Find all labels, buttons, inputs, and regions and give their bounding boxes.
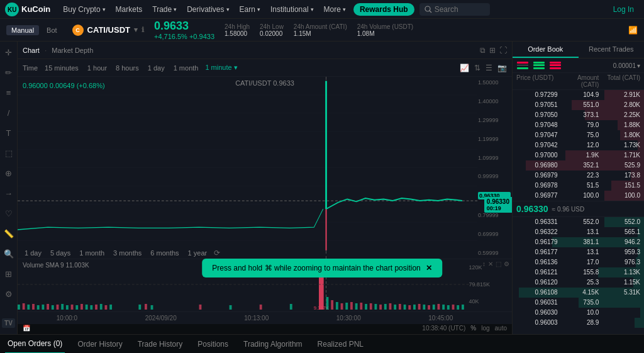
chart-go-to-date[interactable]: 📅 [23,325,30,332]
bid-row[interactable]: 0.9632213.1565.1 [513,227,644,237]
tab-realized-pnl[interactable]: Realized PNL [315,335,366,354]
period-6m[interactable]: 6 months [148,249,180,257]
ask-row[interactable]: 0.9704879.01.88K [513,120,644,130]
pair-dropdown[interactable]: ▾ [134,26,138,34]
main-chart-svg [18,77,477,259]
nav-more[interactable]: More▾ [319,0,351,19]
login-button[interactable]: Log In [608,5,639,14]
orderbook-mid-price: 0.96330 ≈ 0.96 USD [513,201,644,217]
search-input[interactable] [435,5,485,14]
tab-positions[interactable]: Positions [195,335,231,354]
bid-row[interactable]: 0.96331552.0552.0 [513,217,644,227]
measure-tool[interactable]: ⬚ [2,146,16,160]
layout-icon[interactable]: ⊞ [489,46,496,55]
tab-order-history[interactable]: Order History [75,335,125,354]
volume-label: Volume SMA 9 11.003K [23,262,89,269]
ask-row[interactable]: 0.97299104.92.91K [513,90,644,100]
trendline-tool[interactable]: / [2,106,16,120]
bot-mode-button[interactable]: Bot [42,25,62,35]
period-1d[interactable]: 1 day [23,249,43,257]
time-15m[interactable]: 15 minutes [43,64,80,72]
toast-close-button[interactable]: ✕ [426,264,432,272]
period-5d[interactable]: 5 days [48,249,72,257]
svg-rect-33 [95,305,97,310]
settings-tool[interactable]: ⚙ [2,287,16,301]
bid-row[interactable]: 0.96179381.1946.2 [513,237,644,247]
tab-market-depth[interactable]: Market Depth [52,47,93,54]
search-box[interactable] [419,3,490,16]
ob-view-bids[interactable] [533,61,545,70]
tab-chart[interactable]: Chart [23,47,40,54]
chart-auto-button[interactable]: auto [495,325,507,332]
ruler-tool[interactable]: 📏 [2,227,16,240]
period-3m[interactable]: 3 months [111,249,143,257]
bid-row[interactable]: 0.9612025.31.15K [513,277,644,288]
lines-tool[interactable]: ≡ [2,86,16,99]
time-1min-dropdown[interactable]: 1 minute ▾ [205,64,237,72]
list-icon[interactable]: ☰ [486,64,492,72]
tab-trading-algorithm[interactable]: Trading Algorithm [241,335,305,354]
camera-icon[interactable]: 📷 [497,64,507,72]
chart-canvas[interactable]: CATI/USDT 0.9633 0.96000 0.00649 (+0.68%… [18,77,512,259]
rewards-hub-button[interactable]: Rewards Hub [353,3,414,16]
nav-buy-crypto[interactable]: Buy Crypto▾ [58,0,110,19]
period-1m[interactable]: 1 month [77,249,106,257]
ask-row[interactable]: 0.97050373.12.25K [513,110,644,120]
ask-row[interactable]: 0.970001.9K1.71K [513,150,644,160]
time-1d[interactable]: 1 day [146,64,167,72]
ask-row[interactable]: 0.9697851.5151.5 [513,181,644,191]
arrow-tool[interactable]: → [2,186,16,200]
zoom-tool[interactable]: 🔍 [2,247,16,261]
nav-derivatives[interactable]: Derivatives▾ [182,0,234,19]
ask-row[interactable]: 0.96977100.0100.0 [513,191,644,201]
bid-row[interactable]: 0.961084.15K5.31K [513,288,644,298]
tab-trade-history[interactable]: Trade History [135,335,186,354]
compare-icon[interactable]: ⇅ [474,64,480,72]
logo[interactable]: KU KuCoin [5,3,50,16]
tab-order-book[interactable]: Order Book [513,42,579,58]
vol-settings-icon[interactable]: ⚙ [504,261,509,267]
ask-row[interactable]: 0.96980352.1525.9 [513,160,644,171]
vol-expand-icon[interactable]: ⬚ [496,261,501,267]
svg-rect-22 [42,305,44,310]
svg-rect-69 [438,304,440,310]
ob-decimals-selector[interactable]: 0.00001▾ [613,62,640,69]
bid-row[interactable]: 0.9617713.1959.3 [513,247,644,257]
manual-mode-button[interactable]: Manual [6,25,39,35]
reset-icon[interactable]: ⟳ [214,249,220,257]
period-1y[interactable]: 1 year [186,249,209,257]
ask-row[interactable]: 0.9697922.3173.8 [513,171,644,181]
crosshair-tool[interactable]: ✛ [2,45,16,59]
bid-row[interactable]: 0.9603010.0 [513,308,644,318]
tab-open-orders[interactable]: Open Orders (0) [5,335,65,354]
ob-view-both[interactable] [516,61,529,70]
ask-row[interactable]: 0.97051551.02.80K [513,100,644,110]
bid-row[interactable]: 0.9600328.9 [513,318,644,328]
ob-view-asks[interactable] [549,61,562,70]
bid-row[interactable]: 0.96121155.81.13K [513,267,644,277]
pair-info-icon[interactable]: ℹ [142,26,144,34]
fullscreen-icon[interactable]: ⛶ [499,46,507,55]
nav-trade[interactable]: Trade▾ [147,0,182,19]
nav-earn[interactable]: Earn▾ [235,0,265,19]
heart-tool[interactable]: ♡ [2,206,16,220]
nav-markets[interactable]: Markets [111,0,148,19]
time-1mo[interactable]: 1 month [172,64,201,72]
time-8h[interactable]: 8 hours [114,64,141,72]
grid-tool[interactable]: ⊞ [2,267,16,281]
popout-icon[interactable]: ⧉ [480,46,486,55]
pencil-tool[interactable]: ✏ [2,65,16,79]
ask-row[interactable]: 0.9704775.01.80K [513,130,644,140]
nav-institutional[interactable]: Institutional▾ [265,0,319,19]
chart-pct-label[interactable]: % [470,325,476,332]
text-tool[interactable]: T [2,126,16,140]
indicator-icon[interactable]: 📈 [460,64,469,72]
bid-row[interactable]: 0.96031735.0 [513,298,644,308]
magnet-tool[interactable]: ⊕ [2,166,16,180]
ask-row[interactable]: 0.9704212.01.73K [513,140,644,150]
svg-rect-48 [336,302,338,310]
time-1h[interactable]: 1 hour [86,64,109,72]
tab-recent-trades[interactable]: Recent Trades [579,42,645,58]
chart-log-button[interactable]: log [481,325,489,332]
bid-row[interactable]: 0.9613617.0976.3 [513,257,644,267]
